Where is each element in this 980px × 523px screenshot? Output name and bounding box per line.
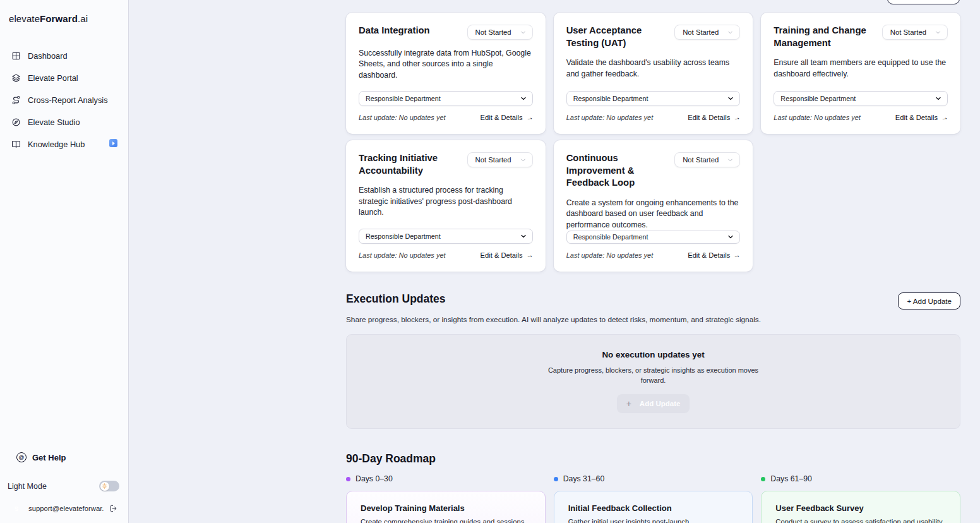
select-value: Responsible Department [366,95,441,102]
arrow-right-icon: → [732,251,741,260]
sidebar-item-knowledge-hub[interactable]: Knowledge Hub [0,133,128,155]
sidebar-item-label: Cross-Report Analysis [28,95,108,105]
last-update-text: Last update: No updates yet [566,114,654,121]
last-update-text: Last update: No updates yet [359,251,446,259]
sidebar-item-elevate-studio[interactable]: Elevate Studio [0,111,128,133]
app-root: elevateForward.ai Dashboard Elevate Port… [0,0,980,523]
get-help-button[interactable]: @ Get Help [0,447,128,467]
layers-icon [11,73,21,83]
roadmap-title: 90-Day Roadmap [346,452,960,466]
card-description: Successfully integrate data from HubSpot… [359,48,533,81]
roadmap-column-label: Days 31–60 [563,474,605,483]
roadmap-card-develop-training-materials: Develop Training Materials Create compre… [346,491,546,523]
roadmap-card-title: Develop Training Materials [361,503,531,513]
responsible-department-select[interactable]: Responsible Department [566,231,741,244]
chevron-down-icon [935,95,942,102]
chevron-down-icon [935,29,941,36]
chevron-down-icon [727,157,734,164]
roadmap-column-days-31-60: Days 31–60 Initial Feedback Collection G… [554,474,753,523]
status-value: Not Started [475,156,511,164]
status-dropdown[interactable]: Not Started [882,25,948,40]
content-column: Data Integration Not Started Successfull… [346,0,960,523]
initiative-card-data-integration: Data Integration Not Started Successfull… [346,13,546,134]
execution-updates-section: Execution Updates + Add Update Share pro… [346,292,960,429]
chevron-down-icon [727,233,734,241]
user-email: support@elevateforwar... [28,505,104,512]
card-title: Continuous Improvement & Feedback Loop [566,152,669,189]
roadmap-column-days-0-30: Days 0–30 Develop Training Materials Cre… [346,474,546,523]
sidebar: elevateForward.ai Dashboard Elevate Port… [0,0,129,523]
status-value: Not Started [683,156,719,164]
select-value: Responsible Department [573,233,648,241]
arrow-right-icon: → [940,113,948,122]
empty-add-update-button[interactable]: + Add Update [617,394,690,413]
app-logo: elevateForward.ai [0,0,128,24]
chevron-down-icon [727,29,734,36]
sidebar-item-label: Elevate Portal [28,73,78,83]
initiative-card-tracking-accountability: Tracking Initiative Accountability Not S… [346,140,546,272]
roadmap-card-title: Initial Feedback Collection [568,503,739,513]
roadmap-column-days-61-90: Days 61–90 User Feedback Survey Conduct … [761,474,960,523]
status-dropdown[interactable]: Not Started [674,152,740,167]
card-description: Validate the dashboard's usability acros… [566,57,741,80]
sidebar-item-label: Knowledge Hub [28,140,85,149]
purple-dot-icon [346,477,350,481]
roadmap-card-initial-feedback-collection: Initial Feedback Collection Gather initi… [554,491,753,523]
knowledge-hub-play-badge [109,139,117,147]
sidebar-item-dashboard[interactable]: Dashboard [0,45,128,67]
avatar: s [10,502,23,515]
light-mode-toggle[interactable] [99,481,119,491]
edit-details-link[interactable]: Edit & Details→ [481,251,533,259]
logout-icon[interactable] [109,504,118,513]
status-dropdown[interactable]: Not Started [674,25,740,40]
initiative-card-uat: User Acceptance Testing (UAT) Not Starte… [554,13,753,134]
add-update-button[interactable]: + Add Update [898,292,960,310]
select-value: Responsible Department [780,95,856,102]
status-value: Not Started [890,28,926,36]
toggle-knob [100,482,109,491]
roadmap-column-label: Days 0–30 [356,474,393,483]
chevron-down-icon [520,95,527,102]
compass-icon [11,117,21,127]
chevron-down-icon [520,232,527,240]
route-icon [11,95,21,105]
sidebar-item-elevate-portal[interactable]: Elevate Portal [0,67,128,89]
responsible-department-select[interactable]: Responsible Department [566,91,741,106]
get-help-label: Get Help [32,453,66,462]
edit-details-link[interactable]: Edit & Details→ [688,114,740,121]
status-dropdown[interactable]: Not Started [467,25,533,40]
plus-icon: + [626,399,631,408]
blue-dot-icon [554,477,558,481]
status-dropdown[interactable]: Not Started [467,152,533,167]
user-account-row: s support@elevateforwar... [0,502,128,515]
last-update-text: Last update: No updates yet [359,114,446,121]
edit-details-link[interactable]: Edit & Details→ [481,114,533,121]
empty-add-update-label: Add Update [640,400,681,407]
select-value: Responsible Department [573,95,648,102]
sidebar-nav: Dashboard Elevate Portal Cross-Report An… [0,45,128,155]
chevron-down-icon [727,95,734,102]
chevron-down-icon [520,157,527,164]
logo-bold: Forward [40,13,78,24]
roadmap-column-label: Days 61–90 [770,474,812,483]
execution-updates-subtitle: Share progress, blockers, or insights fr… [346,315,960,324]
sidebar-item-cross-report-analysis[interactable]: Cross-Report Analysis [0,89,128,111]
initiative-card-continuous-improvement: Continuous Improvement & Feedback Loop N… [554,140,753,272]
arrow-right-icon: → [732,113,741,122]
chevron-down-icon [520,29,527,36]
light-mode-row: Light Mode [0,467,128,491]
edit-details-link[interactable]: Edit & Details→ [688,251,740,259]
empty-state-caption: Capture progress, blockers, or strategic… [537,366,770,386]
arrow-right-icon: → [525,251,534,260]
execution-updates-title: Execution Updates [346,292,446,306]
main-content: Data Integration Not Started Successfull… [129,0,980,523]
initiative-card-training-change: Training and Change Management Not Start… [761,13,960,134]
responsible-department-select[interactable]: Responsible Department [359,229,533,244]
card-title: Data Integration [359,25,430,37]
sidebar-item-label: Elevate Studio [28,117,80,127]
responsible-department-select[interactable]: Responsible Department [774,91,948,106]
select-value: Responsible Department [366,232,441,240]
status-value: Not Started [475,28,511,36]
responsible-department-select[interactable]: Responsible Department [359,91,533,106]
edit-details-link[interactable]: Edit & Details→ [895,114,948,121]
